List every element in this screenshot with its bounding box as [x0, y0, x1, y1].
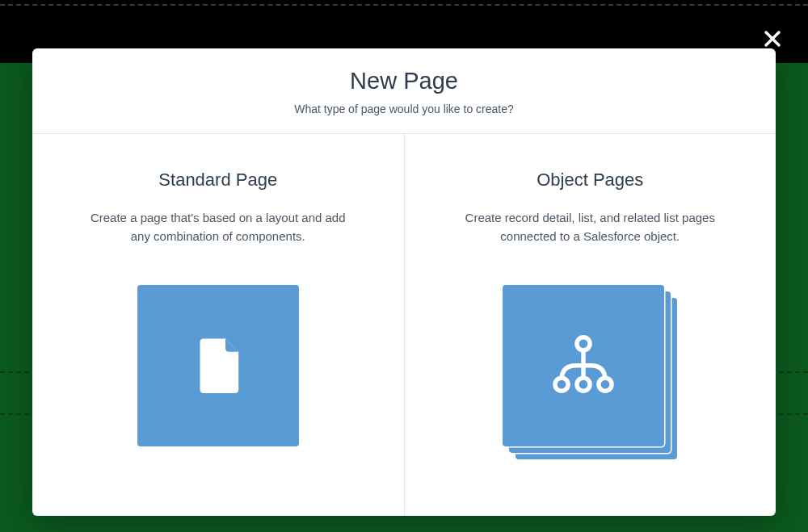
svg-point-5 — [599, 378, 612, 391]
option-description: Create record detail, list, and related … — [461, 208, 719, 246]
backdrop-dash-line — [0, 4, 808, 6]
close-icon — [763, 29, 782, 52]
stack-layer-front — [503, 285, 664, 446]
modal-header: New Page What type of page would you lik… — [32, 48, 776, 134]
modal-body: Standard Page Create a page that's based… — [32, 134, 776, 516]
option-object-pages[interactable]: Object Pages Create record detail, list,… — [405, 134, 776, 516]
page-icon — [182, 328, 255, 404]
hierarchy-icon — [547, 328, 620, 404]
standard-page-tile — [137, 285, 299, 446]
svg-point-3 — [555, 378, 568, 391]
svg-point-4 — [577, 378, 590, 391]
option-title: Standard Page — [158, 170, 277, 191]
modal-subtitle: What type of page would you like to crea… — [48, 103, 760, 115]
modal-title: New Page — [48, 68, 760, 94]
option-standard-page[interactable]: Standard Page Create a page that's based… — [32, 134, 405, 516]
option-title: Object Pages — [537, 170, 643, 191]
object-pages-tile-stack — [503, 285, 677, 459]
option-description: Create a page that's based on a layout a… — [89, 208, 347, 246]
new-page-modal: New Page What type of page would you lik… — [32, 48, 776, 516]
close-button[interactable] — [756, 24, 789, 57]
svg-point-0 — [577, 337, 590, 350]
